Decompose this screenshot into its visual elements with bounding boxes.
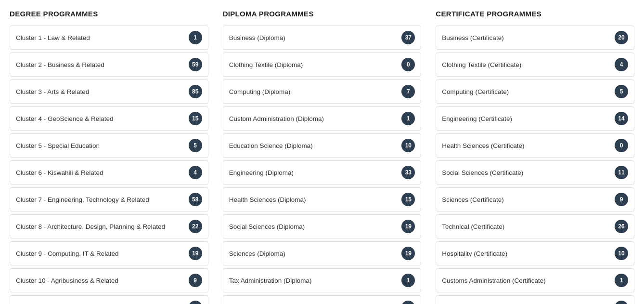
list-item[interactable]: Business (Certificate)20 <box>436 26 634 50</box>
list-item[interactable]: Clothing Textile (Diploma)0 <box>223 53 422 77</box>
list-item[interactable]: Health Sciences (Certificate)0 <box>436 133 634 158</box>
item-badge: 1 <box>189 31 202 44</box>
list-item[interactable]: Social Sciences (Certificate)11 <box>436 160 634 185</box>
item-badge: 5 <box>189 139 202 152</box>
item-label: Cluster 3 - Arts & Related <box>16 88 185 95</box>
item-badge: 7 <box>401 85 415 98</box>
list-item[interactable]: Computing (Diploma)7 <box>223 79 422 104</box>
list-item[interactable]: Customs Administration (Certificate)1 <box>436 268 634 292</box>
list-item[interactable]: Tax Administration (Diploma)1 <box>223 268 422 292</box>
list-item[interactable]: Cluster 5 - Special Education5 <box>10 133 208 158</box>
item-label: Cluster 1 - Law & Related <box>16 34 185 41</box>
list-item[interactable]: Cluster 10 - Agribusiness & Related9 <box>10 268 208 292</box>
list-item[interactable]: Cluster 3 - Arts & Related85 <box>10 79 208 104</box>
item-label: Tax Administration (Diploma) <box>229 277 398 284</box>
item-label: Cluster 7 - Engineering, Technology & Re… <box>16 196 185 203</box>
item-label: Health Sciences (Certificate) <box>442 142 611 149</box>
list-item[interactable]: Technical (Certificate)26 <box>436 214 634 238</box>
item-label: Computing (Diploma) <box>229 88 398 95</box>
item-label: Cluster 2 - Business & Related <box>16 61 185 68</box>
item-badge: 58 <box>189 193 202 206</box>
list-item[interactable]: Education Science (Diploma)10 <box>223 133 422 158</box>
column-title-diploma: DIPLOMA PROGRAMMES <box>223 10 422 18</box>
item-badge: 9 <box>615 193 628 206</box>
column-title-degree: DEGREE PROGRAMMES <box>10 10 208 18</box>
item-badge: 4 <box>615 58 628 71</box>
item-label: Cluster 6 - Kiswahili & Related <box>16 169 185 176</box>
item-badge: 0 <box>615 139 628 152</box>
item-label: Customs Administration (Certificate) <box>442 277 611 284</box>
item-label: Business (Diploma) <box>229 34 398 41</box>
item-badge: 10 <box>615 247 628 260</box>
list-item[interactable]: Cluster 8 - Architecture, Design, Planni… <box>10 214 208 238</box>
item-badge: 15 <box>189 112 202 125</box>
item-badge: 1 <box>401 112 415 125</box>
item-label: Cluster 10 - Agribusiness & Related <box>16 277 185 284</box>
list-item[interactable]: Cluster 9 - Computing, IT & Related19 <box>10 241 208 265</box>
item-badge: 5 <box>615 85 628 98</box>
item-label: Technical (Certificate) <box>442 223 611 230</box>
item-badge: 20 <box>615 31 628 44</box>
item-badge: 15 <box>401 193 415 206</box>
list-item[interactable]: Cluster 6 - Kiswahili & Related4 <box>10 160 208 185</box>
item-badge: 9 <box>189 274 202 287</box>
column-degree: DEGREE PROGRAMMESCluster 1 - Law & Relat… <box>10 10 216 304</box>
item-label: Social Sciences (Certificate) <box>442 169 611 176</box>
item-badge: 1 <box>615 274 628 287</box>
item-label: Clothing Textile (Certificate) <box>442 61 611 68</box>
item-badge: 85 <box>189 85 202 98</box>
list-item[interactable]: Business (Diploma)37 <box>223 26 422 50</box>
item-label: Cluster 5 - Special Education <box>16 142 185 149</box>
item-label: Engineering (Diploma) <box>229 169 398 176</box>
list-item[interactable]: Engineering (Certificate)14 <box>436 106 634 131</box>
item-badge: 0 <box>401 58 415 71</box>
item-badge: 1 <box>401 274 415 287</box>
item-badge: 11 <box>401 301 415 304</box>
item-label: Clothing Textile (Diploma) <box>229 61 398 68</box>
item-label: Social Sciences (Diploma) <box>229 223 398 230</box>
item-badge: 1 <box>615 301 628 304</box>
item-label: Cluster 8 - Architecture, Design, Planni… <box>16 223 185 230</box>
item-label: Education Science (Diploma) <box>229 142 398 149</box>
item-badge: 10 <box>401 139 415 152</box>
item-badge: 59 <box>189 58 202 71</box>
item-label: Hospitality (Certificate) <box>442 250 611 257</box>
item-badge: 32 <box>189 301 202 304</box>
list-item[interactable]: Hospitality (Certificate)10 <box>436 241 634 265</box>
list-item[interactable]: Technical (Diploma)11 <box>223 295 422 304</box>
item-badge: 19 <box>401 247 415 260</box>
item-badge: 22 <box>189 220 202 233</box>
list-item[interactable]: Cluster 11 - Science & Related32 <box>10 295 208 304</box>
column-diploma: DIPLOMA PROGRAMMESBusiness (Diploma)37Cl… <box>216 10 429 304</box>
item-label: Engineering (Certificate) <box>442 115 611 122</box>
item-label: Sciences (Diploma) <box>229 250 398 257</box>
item-badge: 11 <box>615 166 628 179</box>
item-badge: 33 <box>401 166 415 179</box>
list-item[interactable]: Health Sciences (Diploma)15 <box>223 187 422 211</box>
list-item[interactable]: Social Sciences (Diploma)19 <box>223 214 422 238</box>
item-badge: 19 <box>401 220 415 233</box>
list-item[interactable]: Clothing Textile (Certificate)4 <box>436 53 634 77</box>
item-label: Computing (Certificate) <box>442 88 611 95</box>
list-item[interactable]: Cluster 7 - Engineering, Technology & Re… <box>10 187 208 211</box>
list-item[interactable]: Cluster 1 - Law & Related1 <box>10 26 208 50</box>
list-item[interactable]: Cluster 4 - GeoScience & Related15 <box>10 106 208 131</box>
item-badge: 4 <box>189 166 202 179</box>
list-item[interactable]: Custom Administration (Diploma)1 <box>223 106 422 131</box>
item-badge: 26 <box>615 220 628 233</box>
item-label: Sciences (Certificate) <box>442 196 611 203</box>
list-item[interactable]: Engineering (Diploma)33 <box>223 160 422 185</box>
item-label: Business (Certificate) <box>442 34 611 41</box>
item-label: Cluster 4 - GeoScience & Related <box>16 115 185 122</box>
item-label: Custom Administration (Diploma) <box>229 115 398 122</box>
list-item[interactable]: Tax Administration (Certificate)1 <box>436 295 634 304</box>
item-label: Health Sciences (Diploma) <box>229 196 398 203</box>
item-badge: 37 <box>401 31 415 44</box>
list-item[interactable]: Computing (Certificate)5 <box>436 79 634 104</box>
list-item[interactable]: Cluster 2 - Business & Related59 <box>10 53 208 77</box>
item-label: Cluster 9 - Computing, IT & Related <box>16 250 185 257</box>
list-item[interactable]: Sciences (Certificate)9 <box>436 187 634 211</box>
column-title-certificate: CERTIFICATE PROGRAMMES <box>436 10 634 18</box>
list-item[interactable]: Sciences (Diploma)19 <box>223 241 422 265</box>
page-container: DEGREE PROGRAMMESCluster 1 - Law & Relat… <box>0 0 644 304</box>
